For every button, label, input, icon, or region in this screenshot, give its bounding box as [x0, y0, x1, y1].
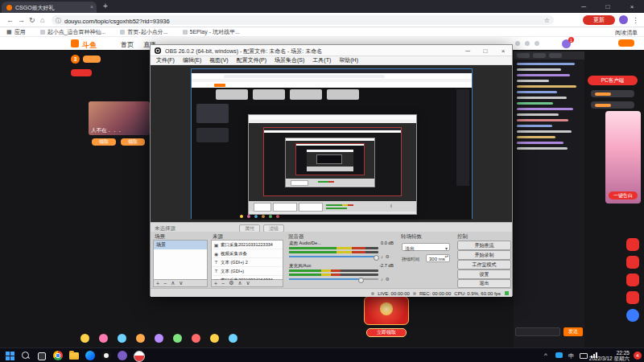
- chat-input[interactable]: [515, 327, 560, 336]
- task-view-icon[interactable]: [37, 351, 47, 360]
- claim-button[interactable]: 领取: [121, 138, 145, 146]
- promo-banner[interactable]: [605, 111, 641, 204]
- bookmark-item[interactable]: 首页-起小点分...: [120, 28, 167, 36]
- url-text[interactable]: douyu.com/topic/csgoxhb52?rid=93936: [64, 18, 539, 25]
- speaker-icon[interactable]: ♪: [381, 254, 383, 259]
- scenes-list[interactable]: 场景: [153, 240, 208, 280]
- obs-menu-help[interactable]: 帮助(H): [335, 56, 362, 64]
- volume-slider[interactable]: [289, 278, 378, 280]
- spinner-arrows-icon[interactable]: ▴▾: [444, 255, 448, 259]
- source-row[interactable]: T 文本 (GDI+) 2: [212, 258, 283, 267]
- channel-settings-icon[interactable]: ⚙: [386, 254, 390, 259]
- bookmark-apps[interactable]: ▦ 应用: [6, 28, 26, 36]
- browser-tab[interactable]: CSGO最大好礼 ×: [2, 2, 97, 13]
- header-icon[interactable]: [525, 41, 530, 46]
- header-icon[interactable]: [535, 41, 539, 46]
- settings-button[interactable]: 设置: [457, 269, 511, 279]
- forward-icon[interactable]: →: [18, 16, 25, 24]
- side-float-buttons[interactable]: [626, 238, 639, 322]
- add-scene-icon[interactable]: +: [156, 281, 159, 286]
- confess-button[interactable]: 一键告白: [609, 191, 638, 200]
- gift-claim-button[interactable]: 立即领取: [366, 328, 407, 337]
- gift-popup[interactable]: 立即领取: [364, 296, 409, 338]
- exit-button[interactable]: 退出: [457, 279, 511, 288]
- address-bar[interactable]: ⓘ douyu.com/topic/csgoxhb52?rid=93936 ☆: [52, 15, 554, 25]
- obs-maximize-button[interactable]: □: [477, 45, 494, 56]
- scene-item[interactable]: 场景: [154, 241, 207, 249]
- obs-menu-scene-collection[interactable]: 场景集合(S): [270, 56, 308, 64]
- follow-button[interactable]: [71, 69, 92, 76]
- obs-menu-file[interactable]: 文件(F): [152, 56, 179, 64]
- maximize-button[interactable]: □: [596, 0, 620, 13]
- source-up-icon[interactable]: ∧: [237, 280, 242, 286]
- rank-pill[interactable]: [83, 56, 101, 63]
- remove-source-icon[interactable]: −: [221, 281, 225, 286]
- battery-icon[interactable]: [580, 353, 588, 359]
- mic-icon[interactable]: ♪: [381, 277, 383, 282]
- bookmark-item[interactable]: 5EPlay - 玩对战平...: [183, 28, 240, 36]
- bookmark-item[interactable]: 起小点_适合百种神仙...: [40, 28, 106, 36]
- obs-minimize-button[interactable]: ─: [459, 45, 477, 56]
- obs-menu-profile[interactable]: 配置文件(P): [233, 56, 270, 64]
- home-icon[interactable]: ⌂: [40, 16, 44, 24]
- source-row[interactable]: ◉ 视频采集设备: [212, 249, 283, 258]
- scene-down-icon[interactable]: ∨: [179, 280, 183, 286]
- profile-avatar[interactable]: [619, 15, 628, 24]
- new-tab-button[interactable]: +: [103, 2, 108, 10]
- obs-window[interactable]: OBS 26.0.2 (64-bit, windows) - 配置文件: 未命名…: [150, 44, 513, 296]
- site-info-icon[interactable]: ⓘ: [56, 17, 61, 25]
- source-properties-icon[interactable]: ⚙: [229, 280, 233, 286]
- claim-button[interactable]: 领取: [92, 138, 116, 146]
- bookmark-star-icon[interactable]: ☆: [544, 17, 550, 24]
- douyu-logo-icon[interactable]: [71, 39, 79, 47]
- start-button[interactable]: [5, 351, 14, 360]
- tab-close-icon[interactable]: ×: [90, 4, 93, 10]
- duration-spinner[interactable]: 300 ms ▴▾: [426, 254, 450, 262]
- sources-list[interactable]: ▣ 窗口采集20210331223334 ◉ 视频采集设备 T 文本 (GDI+…: [211, 240, 283, 280]
- edge-taskbar-icon[interactable]: [85, 351, 95, 360]
- nav-home[interactable]: 首页: [121, 40, 134, 49]
- studio-mode-button[interactable]: 工作室模式: [457, 260, 511, 269]
- source-row[interactable]: T 文本 (GDI+): [212, 267, 283, 276]
- browser-menu-icon[interactable]: ⋮: [632, 16, 639, 24]
- header-action-button[interactable]: [618, 39, 634, 47]
- douyu-logo-text[interactable]: 斗鱼: [82, 40, 97, 51]
- app-taskbar-icon[interactable]: [134, 351, 145, 362]
- obs-menu-tools[interactable]: 工具(T): [308, 56, 335, 64]
- pc-client-button[interactable]: PC客户端: [588, 76, 638, 85]
- volume-slider[interactable]: [289, 256, 378, 257]
- stream-card[interactable]: 人不在．．． 领取 领取: [89, 101, 150, 150]
- start-recording-button[interactable]: 开始录制: [457, 250, 511, 260]
- input-language-indicator[interactable]: 中: [568, 352, 574, 360]
- file-explorer-icon[interactable]: [69, 352, 79, 360]
- search-icon[interactable]: [21, 351, 31, 360]
- app-taskbar-icon[interactable]: [118, 351, 127, 360]
- source-row[interactable]: ▣ 窗口采集20210331223334: [212, 241, 283, 249]
- notification-count-badge[interactable]: 4: [634, 352, 642, 360]
- taskbar-clock[interactable]: 22:25 2022/3/12 星期六: [589, 350, 630, 361]
- obs-close-button[interactable]: ×: [494, 45, 512, 56]
- source-down-icon[interactable]: ∨: [246, 280, 250, 286]
- obs-preview-canvas[interactable]: [151, 65, 512, 222]
- obs-taskbar-icon[interactable]: [101, 351, 111, 360]
- reload-icon[interactable]: ↻: [29, 16, 35, 24]
- tray-chevron-icon[interactable]: ^: [544, 352, 547, 359]
- add-source-icon[interactable]: +: [214, 281, 217, 286]
- remove-scene-icon[interactable]: −: [163, 281, 167, 286]
- obs-menu-view[interactable]: 视图(V): [205, 56, 232, 64]
- chat-tabs[interactable]: [514, 51, 584, 60]
- start-streaming-button[interactable]: 开始推流: [457, 241, 511, 250]
- header-icon[interactable]: [515, 41, 520, 46]
- side-pill[interactable]: [591, 90, 634, 97]
- channel-settings-icon[interactable]: ⚙: [386, 277, 390, 282]
- chrome-update-button[interactable]: 更新: [583, 15, 615, 25]
- send-button[interactable]: 发送: [564, 327, 583, 336]
- minimize-button[interactable]: ─: [572, 0, 596, 13]
- side-pill[interactable]: [591, 101, 634, 109]
- scene-up-icon[interactable]: ∧: [171, 280, 175, 286]
- back-icon[interactable]: ←: [6, 16, 14, 24]
- chrome-taskbar-icon[interactable]: [53, 351, 63, 360]
- gift-bar[interactable]: [80, 333, 483, 343]
- obs-title-bar[interactable]: OBS 26.0.2 (64-bit, windows) - 配置文件: 未命名…: [151, 45, 512, 56]
- obs-menu-edit[interactable]: 编辑(E): [179, 56, 205, 64]
